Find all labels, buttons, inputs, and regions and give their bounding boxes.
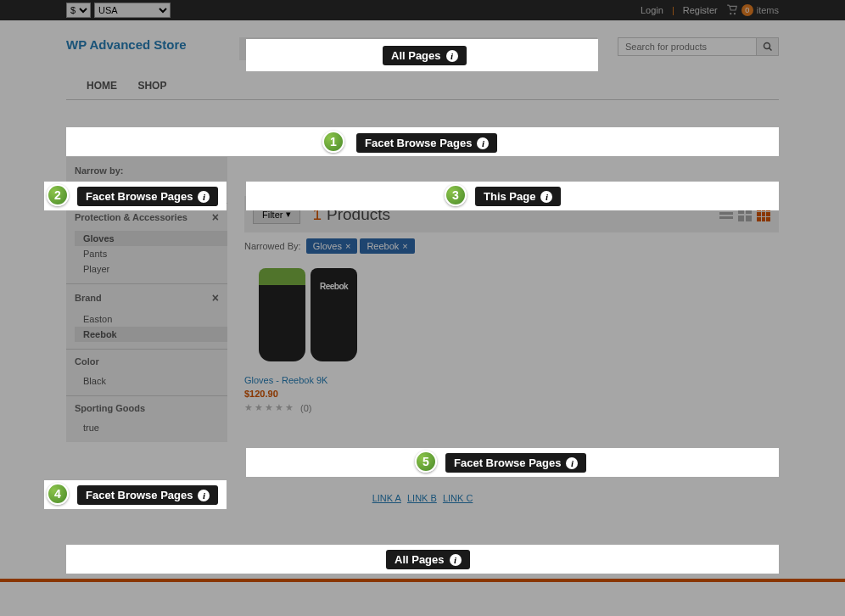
info-icon[interactable]: i xyxy=(450,554,462,566)
facet-item[interactable]: Easton xyxy=(83,311,219,327)
facet-group: Protection & Accessories×GlovesPantsPlay… xyxy=(66,203,227,283)
facet-item[interactable]: Player xyxy=(83,261,219,277)
star-icon: ★ xyxy=(255,402,263,413)
nav: HOME SHOP xyxy=(66,77,779,100)
info-icon[interactable]: i xyxy=(540,191,552,203)
facet-header[interactable]: Brand× xyxy=(66,284,227,311)
pill-label: Facet Browse Pages xyxy=(454,456,561,469)
close-icon[interactable]: × xyxy=(212,210,219,224)
search-button[interactable] xyxy=(757,37,779,56)
facet-item[interactable]: Gloves xyxy=(75,231,227,246)
cart-text: items xyxy=(757,5,779,15)
info-icon[interactable]: i xyxy=(446,50,458,62)
facet-item[interactable]: true xyxy=(83,420,219,435)
pill-label: Facet Browse Pages xyxy=(86,190,193,203)
close-icon[interactable]: × xyxy=(345,241,350,251)
facet-title: Color xyxy=(75,356,99,367)
svg-point-0 xyxy=(764,43,769,49)
badge-3: 3 xyxy=(445,184,467,206)
product-card[interactable]: Reebok Gloves - Reebok 9K $120.90 ★★★★★ … xyxy=(244,260,372,413)
pill-label: This Page xyxy=(484,190,535,203)
pill-label: All Pages xyxy=(391,49,441,62)
pill-zone-3[interactable]: This Pagei xyxy=(475,187,561,206)
product-image: Reebok xyxy=(244,260,372,370)
pill-label: All Pages xyxy=(395,553,445,566)
facet-item[interactable]: Black xyxy=(83,373,219,389)
close-icon[interactable]: × xyxy=(212,291,219,305)
facet-title: Brand xyxy=(75,293,102,303)
filter-tag[interactable]: Reebok× xyxy=(360,238,414,254)
search-icon xyxy=(763,42,773,52)
logo[interactable]: WP Advanced Store xyxy=(66,37,219,52)
cart[interactable]: 0 items xyxy=(726,4,779,16)
star-icon: ★ xyxy=(285,402,294,413)
filter-tag[interactable]: Gloves× xyxy=(306,238,358,254)
badge-4: 4 xyxy=(47,483,69,505)
review-count: (0) xyxy=(300,403,311,413)
info-icon[interactable]: i xyxy=(477,137,489,149)
facet-header[interactable]: Color xyxy=(66,350,227,373)
facet-title: Sporting Goods xyxy=(75,403,145,413)
facet-header[interactable]: Sporting Goods xyxy=(66,396,227,420)
facet-group: Sporting Goodstrue xyxy=(66,395,227,442)
badge-1: 1 xyxy=(322,131,344,153)
pill-label: Facet Browse Pages xyxy=(86,489,193,501)
product-brand-overlay: Reebok xyxy=(311,282,357,291)
footer-link-b[interactable]: LINK B xyxy=(407,493,437,503)
pill-all-pages-bottom[interactable]: All Pagesi xyxy=(386,550,470,569)
info-icon[interactable]: i xyxy=(198,490,210,501)
narrow-by-label: Narrow by: xyxy=(75,165,219,176)
pill-label: Facet Browse Pages xyxy=(365,137,472,149)
badge-5: 5 xyxy=(415,451,437,473)
facet-item[interactable]: Pants xyxy=(83,246,219,261)
facet-group: Brand×EastonReebok xyxy=(66,283,227,349)
register-link[interactable]: Register xyxy=(683,5,718,15)
facet-title: Protection & Accessories xyxy=(75,212,187,222)
footer-link-c[interactable]: LINK C xyxy=(443,493,473,503)
pill-zone-1[interactable]: Facet Browse Pagesi xyxy=(356,133,497,153)
facet-group: ColorBlack xyxy=(66,349,227,395)
star-icon: ★ xyxy=(265,402,273,413)
country-select[interactable]: USA xyxy=(94,3,171,18)
narrowed-by-label: Narrowed By: xyxy=(244,241,301,251)
pill-all-pages-top[interactable]: All Pagesi xyxy=(383,46,467,65)
footer-link-a[interactable]: LINK A xyxy=(372,493,401,503)
currency-select[interactable]: $ xyxy=(66,3,91,18)
pill-zone-2[interactable]: Facet Browse Pagesi xyxy=(77,187,218,206)
bottom-border xyxy=(0,579,845,582)
info-icon[interactable]: i xyxy=(198,191,210,203)
topbar: $ USA Login | Register 0 items xyxy=(0,0,845,20)
product-price: $120.90 xyxy=(244,389,372,399)
login-link[interactable]: Login xyxy=(641,5,663,15)
pill-zone-4[interactable]: Facet Browse Pagesi xyxy=(77,485,218,505)
star-icon: ★ xyxy=(275,402,283,413)
search-input[interactable] xyxy=(618,37,757,56)
filter-label: Filter xyxy=(262,210,283,220)
product-name[interactable]: Gloves - Reebok 9K xyxy=(244,375,372,385)
nav-home[interactable]: HOME xyxy=(87,80,117,92)
product-rating: ★★★★★ (0) xyxy=(244,402,372,413)
info-icon[interactable]: i xyxy=(566,457,578,469)
pill-zone-5[interactable]: Facet Browse Pagesi xyxy=(445,453,586,473)
nav-shop[interactable]: SHOP xyxy=(137,80,166,92)
narrowed-by: Narrowed By: Gloves× Reebok× xyxy=(244,232,779,260)
badge-2: 2 xyxy=(47,184,69,206)
close-icon[interactable]: × xyxy=(402,241,407,251)
cart-badge: 0 xyxy=(741,4,753,16)
divider: | xyxy=(672,5,674,15)
star-icon: ★ xyxy=(244,402,253,413)
cart-icon xyxy=(726,4,738,16)
facet-item[interactable]: Reebok xyxy=(75,327,227,342)
